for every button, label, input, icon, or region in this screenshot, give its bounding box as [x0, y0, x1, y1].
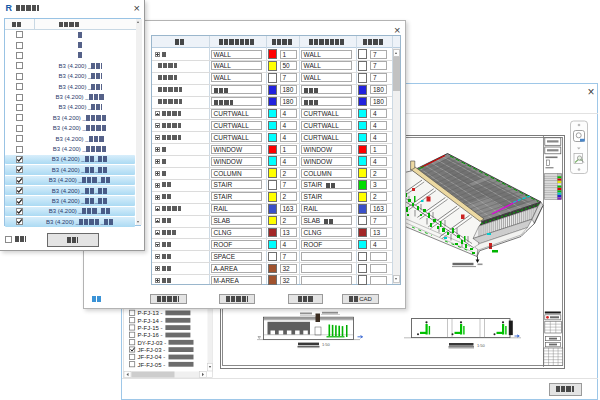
svg-text:DY-FJ-03 -: DY-FJ-03 - — [138, 340, 167, 346]
svg-text:P-FJ-16 -: P-FJ-16 - — [138, 332, 163, 338]
svg-text:1:50: 1:50 — [322, 342, 331, 347]
svg-text:P-FJ-13 -: P-FJ-13 - — [138, 310, 163, 316]
svg-text:JF-FJ-05 -: JF-FJ-05 - — [138, 362, 166, 368]
svg-text:P-FJ-15 -: P-FJ-15 - — [138, 325, 163, 331]
svg-text:P-FJ-14 -: P-FJ-14 - — [138, 318, 163, 324]
svg-text:1:50: 1:50 — [477, 343, 486, 348]
svg-text:JF-FJ-03 -: JF-FJ-03 - — [138, 347, 166, 353]
svg-text:JF-FJ-04 -: JF-FJ-04 - — [138, 354, 166, 360]
